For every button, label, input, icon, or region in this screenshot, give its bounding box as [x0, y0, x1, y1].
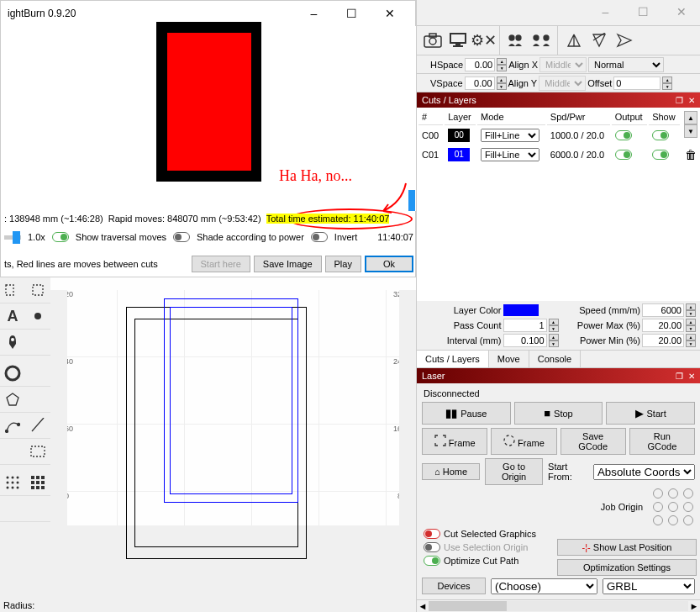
- vspace-spinner[interactable]: ▲▼: [497, 76, 507, 90]
- right-maximize-button[interactable]: ☐: [624, 0, 662, 24]
- devices-button[interactable]: Devices: [422, 578, 486, 594]
- circle-tool[interactable]: [25, 361, 50, 386]
- layer-row-0[interactable]: C00 00 Fill+Line 1000.0 / 20.0: [418, 127, 680, 144]
- pmax-input[interactable]: [642, 319, 684, 332]
- marker-tool[interactable]: [0, 330, 25, 355]
- save-image-button[interactable]: Save Image: [254, 256, 322, 272]
- grid-dots-tool[interactable]: [0, 470, 25, 495]
- preview-scrollbar-v[interactable]: [408, 190, 415, 211]
- select-dash-tool[interactable]: [25, 439, 50, 464]
- pause-button[interactable]: ▮▮Pause: [422, 402, 511, 425]
- send-icon[interactable]: [613, 29, 635, 51]
- start-button[interactable]: ▶Start: [606, 402, 695, 425]
- invert-toggle[interactable]: [311, 232, 328, 242]
- laser-panel: Disconnected ▮▮Pause ■Stop ▶Start Frame …: [417, 383, 700, 599]
- text-tool[interactable]: A: [0, 303, 25, 329]
- interval-label: Interval (mm): [421, 335, 502, 346]
- laser-close-icon[interactable]: ✕: [688, 372, 695, 381]
- goto-origin-button[interactable]: Go to Origin: [485, 458, 543, 485]
- array-circ-tool[interactable]: [0, 496, 25, 521]
- polygon-tool[interactable]: [0, 387, 25, 412]
- pmax-spinner[interactable]: ▲▼: [686, 319, 696, 332]
- frame-circle-button[interactable]: Frame: [491, 428, 556, 455]
- layer-mode-1[interactable]: Fill+Line: [481, 148, 539, 161]
- normal-select[interactable]: Normal: [588, 57, 664, 72]
- layer-delete-button[interactable]: 🗑: [685, 148, 697, 161]
- right-minimize-button[interactable]: –: [587, 0, 624, 24]
- panel-close-icon[interactable]: ✕: [688, 96, 695, 105]
- layer-output-1[interactable]: [615, 150, 632, 160]
- layer-mode-0[interactable]: Fill+Line: [481, 129, 539, 142]
- gears-icon[interactable]: ⚙✕: [472, 29, 494, 51]
- layer-down-button[interactable]: ▼: [684, 124, 697, 138]
- line-tool[interactable]: [25, 413, 50, 438]
- tab-console[interactable]: Console: [529, 351, 581, 367]
- stop-button[interactable]: ■Stop: [514, 402, 603, 425]
- vspace-input[interactable]: [465, 76, 495, 90]
- joborigin-grid[interactable]: [653, 488, 695, 525]
- optset-button[interactable]: Optimization Settings: [557, 559, 697, 576]
- optcut-toggle[interactable]: [424, 556, 440, 566]
- panel-float-icon[interactable]: ❐: [676, 96, 683, 105]
- camera-icon[interactable]: [422, 29, 444, 51]
- flip-v-icon[interactable]: [588, 29, 610, 51]
- node-tool[interactable]: [0, 439, 25, 464]
- layer-show-1[interactable]: [652, 150, 669, 160]
- frame-rect-button[interactable]: Frame: [422, 428, 487, 455]
- firmware-select[interactable]: GRBL: [603, 578, 695, 594]
- tab-cuts[interactable]: Cuts / Layers: [417, 351, 489, 367]
- speed-slider[interactable]: [4, 235, 21, 240]
- save-gcode-button[interactable]: Save GCode: [561, 428, 626, 455]
- rect-tool[interactable]: [0, 277, 25, 303]
- flip-h-icon[interactable]: [563, 29, 585, 51]
- interval-input[interactable]: [503, 334, 547, 347]
- showlast-button[interactable]: -¦- Show Last Position: [557, 539, 697, 556]
- select-rect-tool[interactable]: [25, 277, 50, 303]
- speed-spinner[interactable]: ▲▼: [686, 303, 696, 317]
- device-choose-select[interactable]: (Choose): [491, 578, 597, 594]
- layer-output-0[interactable]: [615, 130, 632, 140]
- speed-input[interactable]: [642, 303, 684, 317]
- offset-spinner[interactable]: ▲▼: [662, 76, 672, 90]
- offset-input[interactable]: [613, 76, 661, 90]
- startfrom-select[interactable]: Absolute Coords: [593, 464, 695, 480]
- close-button[interactable]: ✕: [371, 2, 408, 25]
- pmin-input[interactable]: [642, 334, 684, 347]
- laser-float-icon[interactable]: ❐: [676, 372, 683, 381]
- monitor-icon[interactable]: [447, 29, 469, 51]
- design-canvas[interactable]: 320 320 240 240 160 160 80 80: [50, 277, 416, 612]
- layer-show-0[interactable]: [652, 130, 669, 140]
- svg-rect-0: [6, 285, 13, 295]
- minimize-button[interactable]: –: [295, 2, 333, 25]
- pass-input[interactable]: [503, 319, 547, 332]
- usesel-toggle[interactable]: [424, 542, 440, 552]
- hspace-input[interactable]: [465, 58, 495, 71]
- ok-button[interactable]: Ok: [365, 256, 413, 272]
- group-icon[interactable]: [505, 29, 527, 51]
- right-close-button[interactable]: ✕: [662, 0, 700, 24]
- tab-move[interactable]: Move: [489, 351, 529, 367]
- home-button[interactable]: ⌂ Home: [422, 463, 480, 480]
- rect-shape-tool[interactable]: [25, 387, 50, 412]
- design-blue-rect-2[interactable]: [170, 307, 292, 494]
- path-tool[interactable]: [0, 413, 25, 438]
- layers-scrollbar[interactable]: ◄ ►: [417, 599, 700, 612]
- run-gcode-button[interactable]: Run GCode: [629, 428, 695, 455]
- maximize-button[interactable]: ☐: [333, 2, 371, 25]
- grid-squares-tool[interactable]: [25, 470, 50, 495]
- layer-row-1[interactable]: C01 01 Fill+Line 6000.0 / 20.0: [418, 146, 680, 163]
- circle-small-tool[interactable]: [25, 303, 50, 329]
- pass-spinner[interactable]: ▲▼: [549, 319, 559, 332]
- interval-spinner[interactable]: ▲▼: [549, 334, 559, 347]
- layer-up-button[interactable]: ▲: [684, 111, 697, 124]
- hspace-spinner[interactable]: ▲▼: [497, 58, 507, 71]
- traversal-toggle[interactable]: [52, 232, 69, 242]
- cutsel-toggle[interactable]: [424, 529, 440, 539]
- ellipse-tool[interactable]: [0, 361, 25, 386]
- ungroup-icon[interactable]: [530, 29, 552, 51]
- shade-toggle[interactable]: [173, 232, 190, 242]
- pmin-spinner[interactable]: ▲▼: [686, 334, 696, 347]
- blank-tool-1: [25, 330, 50, 355]
- play-button[interactable]: Play: [325, 256, 361, 272]
- layercolor-swatch[interactable]: [503, 304, 539, 316]
